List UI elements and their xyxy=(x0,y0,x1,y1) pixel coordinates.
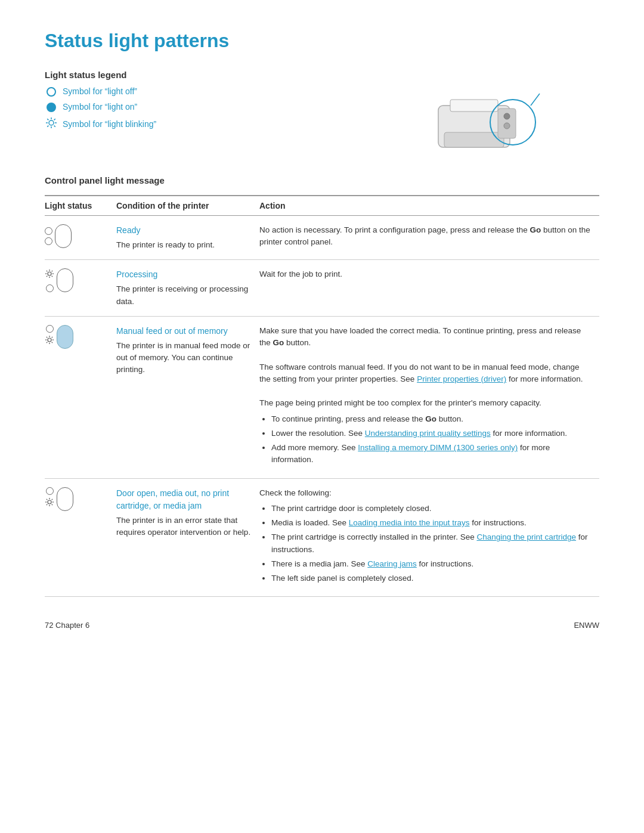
printer-diagram xyxy=(420,76,552,161)
svg-line-40 xyxy=(47,499,48,500)
light-pattern-manual xyxy=(45,325,109,349)
light-indicator-top xyxy=(45,227,52,235)
list-item: There is a media jam. See Clearing jams … xyxy=(271,558,592,570)
condition-cell-manual: Manual feed or out of memory The printer… xyxy=(116,316,259,478)
light-indicator-top xyxy=(46,325,54,333)
action-text-ready: No action is necessary. To print a confi… xyxy=(259,225,590,246)
svg-line-32 xyxy=(52,342,53,343)
list-item: Lower the resolution. See Understanding … xyxy=(271,428,592,439)
light-pill xyxy=(55,224,72,248)
legend-item-blink: Symbol for “light blinking” xyxy=(45,117,156,131)
condition-desc-manual: The printer is in manual feed mode or ou… xyxy=(116,340,252,376)
light-pattern-error xyxy=(45,487,109,511)
condition-desc-error: The printer is in an error state that re… xyxy=(116,515,252,539)
list-item: The print cartridge is correctly install… xyxy=(271,531,592,556)
list-item: Media is loaded. See Loading media into … xyxy=(271,517,592,529)
light-pill-off xyxy=(57,487,73,511)
legend-title: Light status legend xyxy=(45,70,156,80)
light-indicator-bottom xyxy=(45,237,52,245)
status-table: Light status Condition of the printer Ac… xyxy=(45,195,599,597)
light-indicator-top xyxy=(46,487,54,495)
control-panel-section: Control panel light message xyxy=(45,175,599,185)
condition-desc-processing: The printer is receiving or processing d… xyxy=(116,283,252,308)
action-text-processing: Wait for the job to print. xyxy=(259,270,342,278)
legend-label-off: Symbol for “light off” xyxy=(63,86,137,96)
action-para3-manual: The page being printed might be too comp… xyxy=(259,397,592,409)
link-print-quality[interactable]: Understanding print quality settings xyxy=(365,429,491,438)
svg-line-34 xyxy=(47,342,48,343)
action-bullets-manual: To continue printing, press and release … xyxy=(271,413,592,466)
svg-line-23 xyxy=(52,275,53,277)
action-intro-error: Check the following: xyxy=(259,487,592,499)
light-blink-symbol xyxy=(45,117,58,131)
light-off-symbol xyxy=(45,86,58,97)
link-loading-media[interactable]: Loading media into the input trays xyxy=(349,518,470,527)
footer-right: ENWW xyxy=(574,621,599,630)
list-item: Add more memory. See Installing a memory… xyxy=(271,442,592,466)
legend-item-off: Symbol for “light off” xyxy=(45,86,156,97)
svg-point-13 xyxy=(504,113,510,119)
svg-line-42 xyxy=(52,499,53,500)
footer-left: 72 Chapter 6 xyxy=(45,621,89,630)
light-indicator-blink xyxy=(45,269,54,282)
link-changing-cartridge[interactable]: Changing the print cartridge xyxy=(476,532,576,541)
list-item: The print cartridge door is completely c… xyxy=(271,503,592,515)
light-status-cell xyxy=(45,260,116,317)
light-pattern-ready xyxy=(45,224,109,248)
action-cell-processing: Wait for the job to print. xyxy=(259,260,599,317)
svg-line-24 xyxy=(52,270,53,271)
light-pill xyxy=(57,268,73,292)
condition-desc-ready: The printer is ready to print. xyxy=(116,239,252,251)
legend-label-on: Symbol for “light on” xyxy=(63,102,137,112)
svg-line-5 xyxy=(47,119,48,120)
col-header-lightstatus: Light status xyxy=(45,196,116,216)
legend-section: Light status legend Symbol for “light of… xyxy=(45,70,599,161)
svg-point-26 xyxy=(48,338,51,342)
legend-label-blink: Symbol for “light blinking” xyxy=(63,119,156,129)
link-memory-dimm[interactable]: Installing a memory DIMM (1300 series on… xyxy=(358,443,518,452)
svg-line-31 xyxy=(47,337,48,338)
light-indicator-blink-bottom xyxy=(45,335,54,348)
svg-line-41 xyxy=(52,504,53,505)
legend-item-on: Symbol for “light on” xyxy=(45,101,156,112)
condition-title-ready: Ready xyxy=(116,224,252,237)
light-on-symbol xyxy=(45,101,58,112)
svg-point-35 xyxy=(48,500,51,504)
light-indicator-blink-bottom2 xyxy=(45,497,54,510)
table-row: Ready The printer is ready to print. No … xyxy=(45,216,599,260)
action-para2-manual: The software controls manual feed. If yo… xyxy=(259,361,592,386)
condition-title-manual: Manual feed or out of memory xyxy=(116,325,252,337)
col-header-condition: Condition of the printer xyxy=(116,196,259,216)
control-panel-label: Control panel light message xyxy=(45,175,599,185)
link-clearing-jams[interactable]: Clearing jams xyxy=(367,559,417,568)
svg-rect-10 xyxy=(444,132,504,147)
light-status-cell xyxy=(45,216,116,260)
light-pill-on xyxy=(57,325,73,349)
col-header-action: Action xyxy=(259,196,599,216)
table-row: Door open, media out, no print cartridge… xyxy=(45,478,599,597)
action-bullets-error: The print cartridge door is completely c… xyxy=(271,503,592,585)
page-footer: 72 Chapter 6 ENWW xyxy=(45,621,599,630)
svg-line-16 xyxy=(531,94,540,106)
light-indicator-bottom xyxy=(46,284,54,292)
svg-line-6 xyxy=(54,126,55,127)
light-pattern-processing xyxy=(45,268,109,292)
action-cell-ready: No action is necessary. To print a confi… xyxy=(259,216,599,260)
svg-rect-11 xyxy=(450,100,498,112)
svg-line-22 xyxy=(47,270,48,271)
condition-title-error: Door open, media out, no print cartridge… xyxy=(116,487,252,512)
light-status-cell xyxy=(45,478,116,597)
legend-block: Light status legend Symbol for “light of… xyxy=(45,70,156,135)
svg-point-0 xyxy=(49,120,54,125)
svg-point-14 xyxy=(504,123,510,129)
svg-line-43 xyxy=(47,504,48,505)
link-printer-properties[interactable]: Printer properties (driver) xyxy=(417,374,506,383)
list-item: To continue printing, press and release … xyxy=(271,413,592,425)
svg-line-25 xyxy=(47,275,48,277)
svg-line-8 xyxy=(47,126,48,127)
action-intro-manual: Make sure that you have loaded the corre… xyxy=(259,325,592,349)
svg-point-17 xyxy=(48,272,51,275)
table-row: Processing The printer is receiving or p… xyxy=(45,260,599,317)
condition-cell-ready: Ready The printer is ready to print. xyxy=(116,216,259,260)
action-cell-error: Check the following: The print cartridge… xyxy=(259,478,599,597)
